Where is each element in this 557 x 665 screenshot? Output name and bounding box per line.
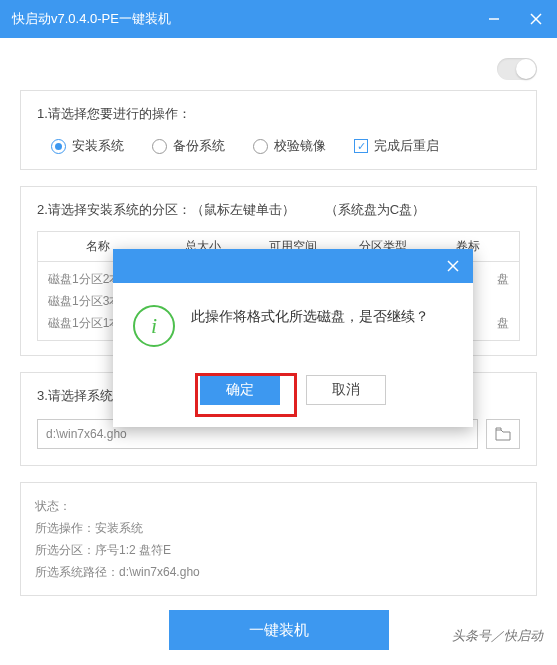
cancel-button[interactable]: 取消: [306, 375, 386, 405]
status-line: 所选系统路径：d:\win7x64.gho: [35, 561, 522, 583]
app-title: 快启动v7.0.4.0-PE一键装机: [12, 10, 171, 28]
checkbox-reboot[interactable]: 完成后重启: [354, 137, 439, 155]
checkbox-label: 完成后重启: [374, 137, 439, 155]
minimize-button[interactable]: [473, 0, 515, 38]
status-line: 所选操作：安装系统: [35, 517, 522, 539]
status-line: 状态：: [35, 495, 522, 517]
titlebar: 快启动v7.0.4.0-PE一键装机: [0, 0, 557, 38]
section2-note: （系统盘为C盘）: [325, 201, 425, 219]
section1-heading: 1.请选择您要进行的操作：: [37, 105, 520, 123]
mode-toggle[interactable]: [497, 58, 537, 80]
radio-verify[interactable]: 校验镜像: [253, 137, 326, 155]
radio-label: 安装系统: [72, 137, 124, 155]
window-controls: [473, 0, 557, 38]
radio-label: 备份系统: [173, 137, 225, 155]
ok-button[interactable]: 确定: [200, 375, 280, 405]
install-button[interactable]: 一键装机: [169, 610, 389, 650]
watermark: 头条号／快启动: [452, 627, 543, 645]
section2-heading: 2.请选择安装系统的分区：（鼠标左键单击）: [37, 201, 295, 219]
dialog-titlebar: [113, 249, 473, 283]
dialog-close-button[interactable]: [433, 249, 473, 283]
radio-label: 校验镜像: [274, 137, 326, 155]
close-button[interactable]: [515, 0, 557, 38]
dialog-message: 此操作将格式化所选磁盘，是否继续？: [191, 305, 429, 327]
close-icon: [446, 259, 460, 273]
status-panel: 状态： 所选操作：安装系统 所选分区：序号1:2 盘符E 所选系统路径：d:\w…: [20, 482, 537, 596]
info-icon: i: [133, 305, 175, 347]
operation-panel: 1.请选择您要进行的操作： 安装系统 备份系统 校验镜像 完成后重启: [20, 90, 537, 170]
status-line: 所选分区：序号1:2 盘符E: [35, 539, 522, 561]
radio-install[interactable]: 安装系统: [51, 137, 124, 155]
radio-backup[interactable]: 备份系统: [152, 137, 225, 155]
confirm-dialog: i 此操作将格式化所选磁盘，是否继续？ 确定 取消: [113, 249, 473, 427]
browse-button[interactable]: [486, 419, 520, 449]
folder-icon: [495, 427, 511, 441]
